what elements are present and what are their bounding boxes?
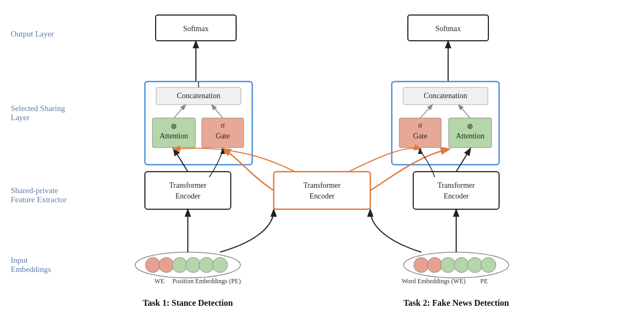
output-layer-label: Output Layer xyxy=(11,30,54,38)
selected-sharing-label: Selected Sharing xyxy=(11,104,65,113)
selected-sharing-label2: Layer xyxy=(11,113,30,122)
arrow-emb2-shared xyxy=(370,210,421,252)
gate2-text: Gate xyxy=(413,132,427,140)
transformer1-text1: Transformer xyxy=(169,181,207,189)
gate1-text: Gate xyxy=(216,132,230,140)
attention2-text: Attention xyxy=(456,132,485,140)
attention1-otimes: ⊗ xyxy=(171,122,177,130)
task1-circle5 xyxy=(199,258,214,273)
task2-circle3 xyxy=(441,258,456,273)
task2-circle5 xyxy=(467,258,482,273)
gate2-sigma: σ xyxy=(418,121,422,129)
transformer2-box xyxy=(274,172,370,209)
pe-label1: Position Embeddings (PE) xyxy=(172,277,240,285)
task2-label: Task 2: Fake News Detection xyxy=(404,298,509,307)
concat1-text: Concatenation xyxy=(177,92,221,100)
task1-circle2 xyxy=(159,258,174,273)
task1-circle4 xyxy=(186,258,201,273)
task2-circle1 xyxy=(414,258,429,273)
attention2-otimes: ⊗ xyxy=(467,122,473,130)
shared-private-label2: Feature Extractor xyxy=(11,195,67,204)
we-label2: Word Embeddings (WE) xyxy=(401,277,465,285)
transformer1-box xyxy=(145,172,231,209)
transformer3-text1: Transformer xyxy=(437,181,475,189)
transformer3-box xyxy=(413,172,499,209)
gate1-sigma: σ xyxy=(221,121,225,129)
pe-label2: PE xyxy=(480,277,488,285)
task1-label: Task 1: Stance Detection xyxy=(143,298,233,307)
shared-private-label: Shared-private xyxy=(11,186,58,195)
softmax2-text: Softmax xyxy=(435,25,460,33)
input-embeddings-label2: Embeddings xyxy=(11,265,51,274)
task1-circle3 xyxy=(172,258,187,273)
main-diagram: Output Layer Selected Sharing Layer Shar… xyxy=(0,0,644,331)
transformer3-text2: Encoder xyxy=(444,192,469,200)
transformer2-text1: Transformer xyxy=(303,181,341,189)
attention1-text: Attention xyxy=(160,132,188,140)
task2-circle4 xyxy=(454,258,469,273)
task1-circle6 xyxy=(213,258,228,273)
task2-circle2 xyxy=(427,258,442,273)
task1-circle1 xyxy=(145,258,160,273)
input-embeddings-label: Input xyxy=(11,256,28,264)
transformer1-text2: Encoder xyxy=(175,192,201,200)
concat2-text: Concatenation xyxy=(424,92,467,100)
diagram-container: Output Layer Selected Sharing Layer Shar… xyxy=(0,0,644,331)
transformer2-text2: Encoder xyxy=(310,192,335,200)
task2-circle6 xyxy=(481,258,496,273)
softmax1-text: Softmax xyxy=(183,25,208,33)
arrow-emb1-shared xyxy=(220,210,274,252)
we-label: WE xyxy=(155,277,165,285)
